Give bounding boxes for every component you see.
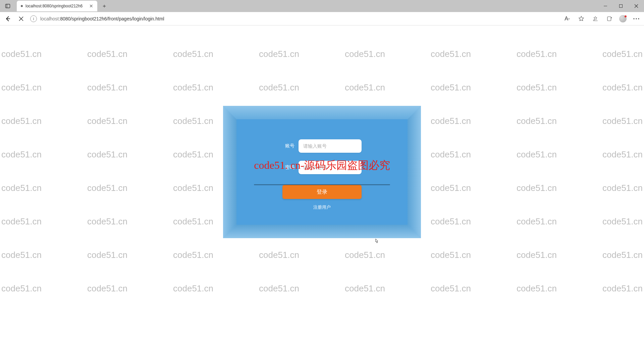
tab-loading-dot-icon: [21, 5, 23, 7]
watermark-text: code51.cn: [431, 216, 471, 227]
svg-rect-11: [607, 17, 611, 21]
watermark-text: code51.cn: [1, 49, 42, 59]
login-button[interactable]: 登录: [282, 185, 362, 199]
watermark-text: code51.cn: [517, 283, 557, 294]
watermark-text: code51.cn: [87, 149, 127, 160]
watermark-text: code51.cn: [173, 216, 213, 227]
profile-avatar[interactable]: [619, 15, 627, 22]
watermark-text: code51.cn: [431, 250, 471, 260]
watermark-text: code51.cn: [173, 149, 213, 160]
watermark-text: code51.cn: [259, 283, 299, 294]
svg-point-14: [633, 18, 634, 19]
watermark-text: code51.cn: [602, 116, 643, 126]
username-input[interactable]: [299, 139, 362, 153]
close-tab-icon[interactable]: ✕: [89, 3, 93, 9]
watermark-text: code51.cn: [87, 82, 127, 93]
watermark-text: code51.cn: [517, 183, 557, 193]
watermark-text: code51.cn: [173, 250, 213, 260]
cursor-icon: [374, 238, 379, 246]
watermark-text: code51.cn: [517, 216, 557, 227]
watermark-text: code51.cn: [345, 250, 385, 260]
watermark-text: code51.cn: [87, 216, 127, 227]
page-viewport: code51.cncode51.cncode51.cncode51.cncode…: [0, 25, 644, 345]
watermark-text: code51.cn: [87, 250, 127, 260]
watermark-text: code51.cn: [87, 116, 127, 126]
watermark-text: code51.cn: [259, 250, 299, 260]
watermark-text: code51.cn: [345, 49, 385, 59]
watermark-text: code51.cn: [517, 116, 557, 126]
browser-tab[interactable]: localhost:8080/springboot212h6 ✕: [17, 1, 97, 11]
watermark-text: code51.cn: [602, 183, 643, 193]
browser-toolbar: i localhost:8080/springboot212h6/front/p…: [0, 12, 644, 25]
new-tab-button[interactable]: ＋: [99, 1, 109, 11]
watermark-text: code51.cn: [517, 49, 557, 59]
watermark-text: code51.cn: [602, 149, 643, 160]
favorites-bar-icon[interactable]: [591, 14, 600, 23]
watermark-text: code51.cn: [345, 82, 385, 93]
register-link[interactable]: 注册用户: [313, 204, 331, 210]
more-menu-icon[interactable]: [632, 14, 641, 23]
watermark-text: code51.cn: [431, 149, 471, 160]
tab-actions-icon[interactable]: [3, 1, 13, 11]
url-host: localhost: [40, 16, 59, 21]
password-label: 密码: [282, 164, 294, 170]
watermark-text: code51.cn: [431, 283, 471, 294]
watermark-text: code51.cn: [259, 82, 299, 93]
close-window-button[interactable]: [629, 0, 644, 12]
watermark-text: code51.cn: [173, 283, 213, 294]
watermark-text: code51.cn: [517, 149, 557, 160]
watermark-text: code51.cn: [1, 250, 42, 260]
window-controls: [598, 0, 644, 12]
svg-point-15: [636, 18, 637, 19]
watermark-text: code51.cn: [1, 183, 42, 193]
watermark-text: code51.cn: [431, 82, 471, 93]
watermark-text: code51.cn: [602, 250, 643, 260]
back-button[interactable]: [3, 14, 12, 23]
svg-rect-0: [6, 4, 10, 8]
watermark-text: code51.cn: [431, 116, 471, 126]
collections-icon[interactable]: [605, 14, 614, 23]
watermark-text: code51.cn: [87, 183, 127, 193]
watermark-text: code51.cn: [173, 183, 213, 193]
password-input[interactable]: [299, 161, 362, 174]
watermark-text: code51.cn: [1, 216, 42, 227]
watermark-text: code51.cn: [87, 283, 127, 294]
favorite-icon[interactable]: [577, 14, 586, 23]
watermark-text: code51.cn: [173, 49, 213, 59]
svg-point-16: [638, 18, 639, 19]
watermark-text: code51.cn: [431, 183, 471, 193]
address-bar[interactable]: localhost:8080/springboot212h6/front/pag…: [40, 16, 164, 21]
stop-button[interactable]: [17, 14, 25, 23]
watermark-text: code51.cn: [602, 82, 643, 93]
watermark-text: code51.cn: [173, 116, 213, 126]
watermark-text: code51.cn: [602, 49, 643, 59]
minimize-button[interactable]: [598, 0, 613, 12]
watermark-text: code51.cn: [517, 82, 557, 93]
url-path: :8080/springboot212h6/front/pages/login/…: [59, 16, 164, 21]
watermark-text: code51.cn: [1, 283, 42, 294]
username-label: 账号: [282, 143, 294, 149]
tab-strip: localhost:8080/springboot212h6 ✕ ＋: [0, 0, 644, 12]
watermark-text: code51.cn: [173, 82, 213, 93]
maximize-button[interactable]: [613, 0, 629, 12]
login-form: 账号 密码 登录 注册用户: [236, 119, 408, 225]
read-aloud-icon[interactable]: A»: [563, 14, 572, 23]
login-panel: 账号 密码 登录 注册用户: [223, 106, 421, 238]
watermark-text: code51.cn: [602, 283, 643, 294]
watermark-text: code51.cn: [431, 49, 471, 59]
watermark-text: code51.cn: [602, 216, 643, 227]
watermark-text: code51.cn: [1, 116, 42, 126]
watermark-text: code51.cn: [517, 250, 557, 260]
watermark-text: code51.cn: [1, 82, 42, 93]
tab-title: localhost:8080/springboot212h6: [25, 4, 83, 8]
watermark-text: code51.cn: [345, 283, 385, 294]
browser-chrome: localhost:8080/springboot212h6 ✕ ＋ i loc…: [0, 0, 644, 25]
svg-rect-3: [620, 5, 623, 8]
watermark-text: code51.cn: [87, 49, 127, 59]
site-info-icon[interactable]: i: [30, 15, 37, 22]
watermark-text: code51.cn: [259, 49, 299, 59]
watermark-text: code51.cn: [1, 149, 42, 160]
